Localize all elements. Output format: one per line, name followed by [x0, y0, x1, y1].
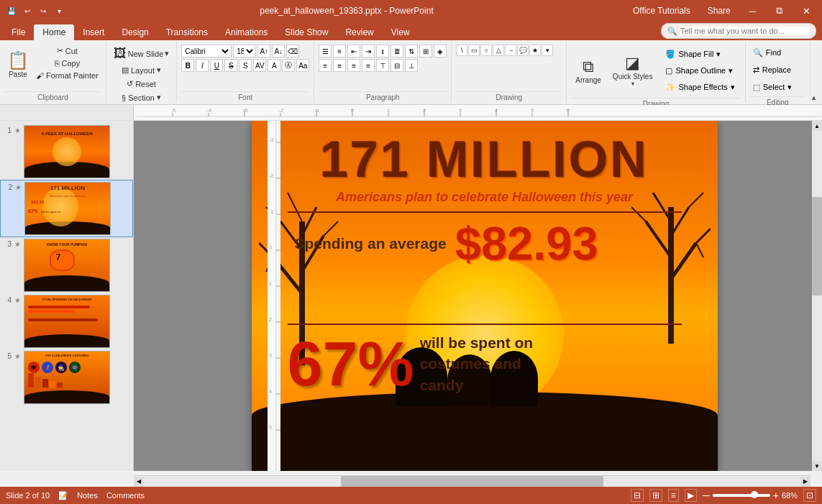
share-button[interactable]: Share [703, 4, 735, 17]
cut-button[interactable]: ✂ Cut [33, 45, 101, 57]
tab-review[interactable]: Review [337, 24, 382, 40]
section-dropdown-icon[interactable]: ▾ [157, 93, 161, 102]
font-size-select[interactable]: 18 [233, 45, 256, 58]
undo-icon[interactable]: ↩ [22, 5, 33, 17]
align-center-button[interactable]: ≡ [333, 59, 346, 72]
decrease-indent-button[interactable]: ⇤ [347, 45, 360, 58]
tell-me-input[interactable] [680, 27, 810, 35]
tab-file[interactable]: File [3, 24, 34, 40]
slide-thumbnail-2[interactable]: 2 ★ 171 MILLION Americans plan to celebr… [0, 180, 133, 237]
arrange-button[interactable]: ⧉ Arrange [571, 52, 606, 88]
align-bottom-button[interactable]: ⊥ [405, 59, 418, 72]
view-slide-sorter-button[interactable]: ⊞ [649, 489, 662, 502]
arrow-tool[interactable]: → [505, 45, 516, 56]
new-slide-button[interactable]: 🖼 New Slide ▾ [111, 45, 173, 63]
view-slideshow-button[interactable]: ▶ [685, 489, 697, 502]
oval-tool[interactable]: ○ [480, 45, 492, 56]
increase-indent-button[interactable]: ⇥ [362, 45, 375, 58]
shadow-button[interactable]: S [239, 59, 252, 72]
slide-thumbnail-3[interactable]: 3 ★ KNOW YOUR PUMPKIN 7 [0, 237, 133, 293]
more-shapes-btn[interactable]: ▾ [542, 45, 553, 56]
align-middle-button[interactable]: ⊟ [391, 59, 403, 72]
smartart-button[interactable]: ◈ [434, 45, 447, 58]
columns-button[interactable]: ⫾ [376, 45, 389, 58]
align-top-button[interactable]: ⊤ [376, 59, 389, 72]
layout-dropdown-icon[interactable]: ▾ [157, 65, 161, 75]
tell-me-box[interactable]: 🔍 [661, 23, 816, 39]
shape-effects-dropdown[interactable]: ▾ [731, 83, 735, 92]
format-painter-button[interactable]: 🖌 Format Painter [33, 70, 101, 81]
redo-icon[interactable]: ↪ [37, 5, 49, 17]
clear-format-button[interactable]: ⌫ [286, 45, 299, 58]
replace-button[interactable]: ⇄ Replace [750, 62, 794, 78]
tab-home[interactable]: Home [34, 24, 74, 40]
font-color-button[interactable]: A [268, 59, 280, 72]
hscroll-right-arrow[interactable]: ▶ [800, 477, 810, 487]
shape-fill-dropdown[interactable]: ▾ [716, 50, 721, 59]
underline-button[interactable]: U [210, 59, 223, 72]
copy-button[interactable]: ⎘ Copy [33, 58, 101, 69]
strikethrough-button[interactable]: S [224, 59, 237, 72]
highlight-button[interactable]: Ⓐ [282, 59, 295, 72]
slide-thumbnail-4[interactable]: 4 ★ TOTAL SPENDING ON HALLOWEEN [0, 293, 133, 349]
tab-insert[interactable]: Insert [74, 24, 113, 40]
shape-fill-button[interactable]: 🪣 Shape Fill ▾ [662, 46, 737, 62]
comments-button[interactable]: Comments [106, 491, 145, 500]
zoom-slider[interactable] [713, 494, 770, 497]
fit-to-window-button[interactable]: ⊡ [803, 489, 816, 502]
scroll-down-arrow[interactable]: ▼ [812, 461, 822, 471]
vertical-scrollbar[interactable]: ▲ ▼ [812, 121, 822, 471]
align-right-button[interactable]: ≡ [347, 59, 360, 72]
collapse-ribbon-button[interactable]: ▲ [810, 93, 818, 101]
tab-animations[interactable]: Animations [216, 24, 276, 40]
italic-button[interactable]: I [196, 59, 209, 72]
quick-styles-button[interactable]: ◪ Quick Styles ▾ [608, 52, 657, 88]
spacing-button[interactable]: AV [253, 59, 266, 72]
main-slide[interactable]: 171 MILLION Americans plan to celebrate … [252, 121, 718, 471]
star-tool[interactable]: ★ [529, 45, 541, 56]
slide-notes-button[interactable]: Notes [77, 491, 98, 500]
office-tutorials-button[interactable]: Office Tutorials [629, 4, 695, 17]
new-slide-dropdown-icon[interactable]: ▾ [165, 49, 169, 58]
scroll-up-arrow[interactable]: ▲ [812, 121, 822, 131]
line-spacing-button[interactable]: ≣ [391, 45, 403, 58]
align-text-button[interactable]: ⊞ [419, 45, 432, 58]
shape-outline-button[interactable]: ▢ Shape Outline ▾ [662, 63, 737, 78]
scroll-track[interactable] [812, 131, 822, 461]
callout-tool[interactable]: 💬 [517, 45, 529, 56]
horizontal-scrollbar[interactable]: ◀ ▶ [134, 475, 810, 487]
shape-outline-dropdown[interactable]: ▾ [729, 66, 733, 75]
zoom-out-button[interactable]: ─ [703, 490, 710, 501]
numbering-button[interactable]: ≡ [333, 45, 346, 58]
quick-styles-dropdown[interactable]: ▾ [631, 81, 634, 87]
tab-view[interactable]: View [383, 24, 419, 40]
restore-button[interactable]: ⧉ [770, 4, 788, 18]
shape-effects-button[interactable]: ✨ Shape Effects ▾ [662, 79, 737, 95]
layout-button[interactable]: ▤ Layout ▾ [111, 64, 173, 76]
triangle-tool[interactable]: △ [493, 45, 504, 56]
select-button[interactable]: ⬚ Select ▾ [750, 79, 795, 95]
bullets-button[interactable]: ☰ [319, 45, 332, 58]
slide-thumbnail-5[interactable]: 5 ★ TOP 5 CHILDREN'S COSTUMES 🕷 🦸 🧙 👾 [0, 349, 133, 406]
slide-thumbnail-1[interactable]: 1 ★ A PEEK AT HALLOWEEN [0, 124, 133, 180]
increase-font-button[interactable]: A↑ [257, 45, 270, 58]
align-left-button[interactable]: ≡ [319, 59, 332, 72]
change-case-button[interactable]: Aa [296, 59, 309, 72]
justify-button[interactable]: ≡ [362, 59, 375, 72]
zoom-slider-thumb[interactable] [751, 491, 758, 498]
rect-tool[interactable]: ▭ [468, 45, 480, 56]
view-normal-button[interactable]: ⊟ [631, 489, 644, 502]
close-button[interactable]: ✕ [797, 4, 816, 18]
zoom-level-display[interactable]: 68% [782, 491, 798, 500]
bold-button[interactable]: B [181, 59, 194, 72]
line-tool[interactable]: \ [456, 45, 467, 56]
save-icon[interactable]: 💾 [6, 5, 17, 17]
scroll-thumb[interactable] [812, 197, 822, 296]
reset-button[interactable]: ↺ Reset [111, 78, 173, 90]
tab-transitions[interactable]: Transitions [157, 24, 216, 40]
tab-slideshow[interactable]: Slide Show [276, 24, 337, 40]
select-dropdown[interactable]: ▾ [787, 83, 792, 92]
view-reading-button[interactable]: ≡ [668, 489, 679, 502]
slide-editing-area[interactable]: -3 -2 -1 0 1 2 3 4 5 [134, 121, 822, 471]
paste-button[interactable]: 📋 Paste [4, 45, 32, 83]
